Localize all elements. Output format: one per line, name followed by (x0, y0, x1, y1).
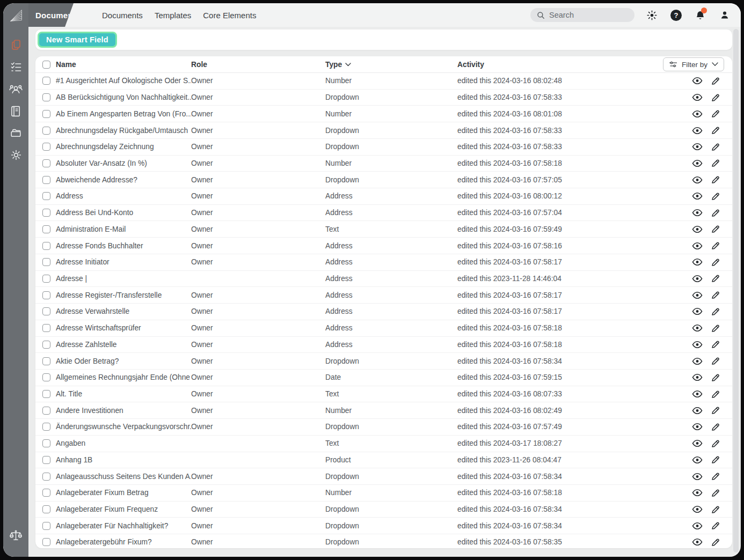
view-button[interactable] (690, 487, 704, 499)
view-button[interactable] (690, 157, 704, 169)
row-checkbox[interactable] (42, 341, 50, 349)
row-checkbox[interactable] (42, 407, 50, 415)
view-button[interactable] (690, 289, 704, 301)
search-input[interactable]: Search (530, 8, 634, 22)
view-button[interactable] (690, 454, 704, 466)
edit-button[interactable] (708, 272, 723, 284)
row-checkbox[interactable] (42, 357, 50, 365)
column-header-type[interactable]: Type (325, 61, 457, 69)
view-button[interactable] (690, 306, 704, 318)
row-checkbox[interactable] (42, 324, 50, 332)
view-button[interactable] (690, 240, 704, 252)
column-header-role[interactable]: Role (191, 61, 325, 69)
row-checkbox[interactable] (42, 505, 50, 513)
edit-button[interactable] (708, 157, 723, 169)
edit-button[interactable] (708, 520, 723, 532)
edit-button[interactable] (708, 421, 723, 433)
theme-toggle-button[interactable] (640, 3, 664, 27)
row-checkbox[interactable] (42, 242, 50, 250)
view-button[interactable] (690, 520, 704, 532)
row-checkbox[interactable] (42, 209, 50, 217)
nav-templates[interactable]: Templates (155, 11, 191, 20)
edit-button[interactable] (708, 355, 723, 367)
view-button[interactable] (690, 92, 704, 104)
edit-button[interactable] (708, 256, 723, 268)
row-checkbox[interactable] (42, 192, 50, 200)
view-button[interactable] (690, 124, 704, 136)
row-checkbox[interactable] (42, 258, 50, 266)
row-checkbox[interactable] (42, 159, 50, 167)
row-checkbox[interactable] (42, 275, 50, 283)
view-button[interactable] (690, 438, 704, 450)
sidebar-item-folders[interactable] (8, 125, 24, 141)
row-checkbox[interactable] (42, 439, 50, 447)
sidebar-item-documents[interactable] (8, 37, 24, 53)
scrollbar[interactable] (733, 29, 739, 552)
view-button[interactable] (690, 355, 704, 367)
row-checkbox[interactable] (42, 291, 50, 299)
view-button[interactable] (690, 141, 704, 153)
edit-button[interactable] (708, 404, 723, 416)
view-button[interactable] (690, 223, 704, 235)
edit-button[interactable] (708, 75, 723, 87)
view-button[interactable] (690, 174, 704, 186)
edit-button[interactable] (708, 289, 723, 301)
view-button[interactable] (690, 272, 704, 284)
row-checkbox[interactable] (42, 522, 50, 530)
filter-by-button[interactable]: Filter by (663, 57, 724, 71)
row-checkbox[interactable] (42, 373, 50, 381)
edit-button[interactable] (708, 372, 723, 384)
row-checkbox[interactable] (42, 176, 50, 184)
edit-button[interactable] (708, 92, 723, 104)
row-checkbox[interactable] (42, 473, 50, 481)
row-checkbox[interactable] (42, 489, 50, 497)
edit-button[interactable] (708, 536, 723, 548)
row-checkbox[interactable] (42, 93, 50, 101)
active-tab-documents[interactable]: Documents (28, 3, 74, 27)
account-button[interactable] (712, 3, 736, 27)
row-checkbox[interactable] (42, 307, 50, 315)
view-button[interactable] (690, 108, 704, 120)
edit-button[interactable] (708, 223, 723, 235)
edit-button[interactable] (708, 504, 723, 515)
notifications-button[interactable] (688, 3, 712, 27)
row-checkbox[interactable] (42, 390, 50, 398)
nav-documents[interactable]: Documents (102, 11, 143, 20)
view-button[interactable] (690, 207, 704, 219)
edit-button[interactable] (708, 388, 723, 400)
sidebar-item-users[interactable] (8, 81, 24, 97)
row-checkbox[interactable] (42, 225, 50, 233)
sidebar-item-library[interactable] (8, 103, 24, 119)
select-all-checkbox[interactable] (42, 61, 50, 69)
edit-button[interactable] (708, 207, 723, 219)
new-smart-field-button[interactable]: New Smart Field (38, 32, 117, 48)
help-button[interactable]: ? (664, 3, 688, 27)
row-checkbox[interactable] (42, 110, 50, 118)
edit-button[interactable] (708, 438, 723, 450)
edit-button[interactable] (708, 322, 723, 334)
row-checkbox[interactable] (42, 127, 50, 135)
view-button[interactable] (690, 470, 704, 482)
edit-button[interactable] (708, 338, 723, 350)
view-button[interactable] (690, 190, 704, 202)
view-button[interactable] (690, 75, 704, 87)
edit-button[interactable] (708, 454, 723, 466)
view-button[interactable] (690, 372, 704, 384)
column-header-name[interactable]: Name (56, 61, 191, 69)
row-checkbox[interactable] (42, 423, 50, 431)
edit-button[interactable] (708, 108, 723, 120)
edit-button[interactable] (708, 174, 723, 186)
view-button[interactable] (690, 256, 704, 268)
column-header-activity[interactable]: Activity (457, 61, 652, 69)
row-checkbox[interactable] (42, 538, 50, 546)
edit-button[interactable] (708, 124, 723, 136)
view-button[interactable] (690, 404, 704, 416)
edit-button[interactable] (708, 141, 723, 153)
view-button[interactable] (690, 421, 704, 433)
edit-button[interactable] (708, 306, 723, 318)
nav-core-elements[interactable]: Core Elements (203, 11, 256, 20)
edit-button[interactable] (708, 240, 723, 252)
row-checkbox[interactable] (42, 456, 50, 464)
view-button[interactable] (690, 536, 704, 548)
sidebar-item-checklist[interactable] (8, 59, 24, 75)
